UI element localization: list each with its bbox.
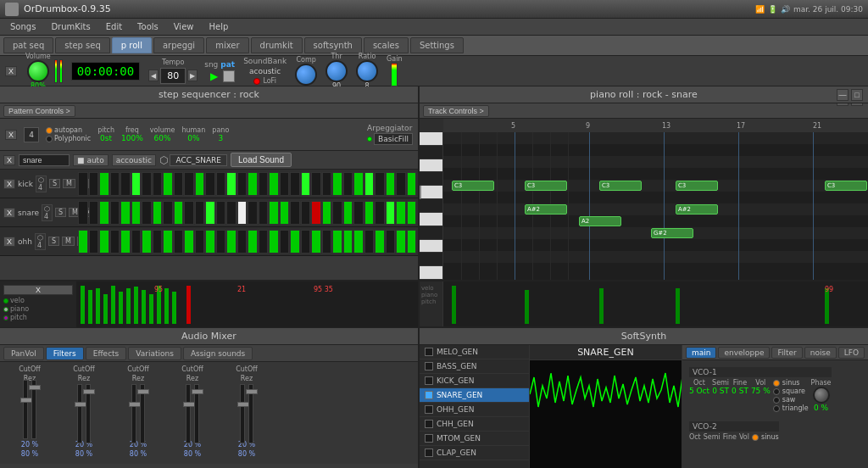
synth-item-melo[interactable]: MELO_GEN — [420, 345, 529, 359]
arp-x-btn[interactable]: X — [5, 130, 17, 140]
wave-square[interactable]: square — [773, 387, 809, 395]
step[interactable] — [290, 172, 300, 196]
stop-button[interactable] — [223, 70, 235, 82]
step[interactable] — [99, 230, 109, 254]
step[interactable] — [163, 172, 173, 196]
step[interactable] — [153, 230, 163, 254]
note-as2-1[interactable]: A#2 — [525, 204, 567, 214]
step[interactable] — [89, 172, 99, 196]
synth-tab-filter[interactable]: Filter — [771, 347, 802, 359]
step[interactable] — [120, 172, 131, 196]
step[interactable] — [226, 230, 236, 254]
step[interactable] — [322, 230, 332, 254]
step[interactable] — [332, 172, 342, 196]
step[interactable] — [280, 230, 290, 254]
step[interactable] — [216, 172, 226, 196]
synth-item-mtom[interactable]: MTOM_GEN — [420, 432, 529, 446]
step[interactable] — [174, 230, 184, 254]
menu-help[interactable]: Help — [202, 20, 235, 33]
step[interactable] — [237, 201, 248, 225]
step[interactable] — [78, 172, 88, 196]
synth-tab-envelope[interactable]: enveloppe — [718, 347, 770, 359]
mixer-tab-effects[interactable]: Effects — [86, 347, 127, 360]
step[interactable] — [237, 230, 248, 254]
step[interactable] — [322, 172, 332, 196]
mtom-checkbox[interactable] — [425, 434, 433, 443]
mixer-tab-assign[interactable]: Assign sounds — [183, 347, 253, 360]
step[interactable] — [120, 201, 131, 225]
ch4-rez-slider[interactable] — [194, 384, 199, 443]
step[interactable] — [89, 230, 99, 254]
ch5-cutoff-slider[interactable] — [240, 384, 245, 443]
synth-item-clap[interactable]: CLAP_GEN — [420, 446, 529, 460]
comp-knob[interactable] — [295, 64, 317, 86]
tab-pat-seq[interactable]: pat seq — [3, 37, 53, 53]
step[interactable] — [131, 172, 142, 196]
step[interactable] — [343, 201, 353, 225]
step[interactable] — [386, 201, 396, 225]
step[interactable] — [120, 230, 131, 254]
step[interactable] — [195, 201, 205, 225]
track-x-btn[interactable]: X — [3, 155, 15, 165]
note-c3-5[interactable]: C3 — [825, 181, 867, 191]
close-left-btn[interactable]: X — [5, 66, 17, 76]
step[interactable] — [195, 172, 205, 196]
step[interactable] — [78, 201, 88, 225]
synth-tab-main[interactable]: main — [686, 347, 717, 359]
step[interactable] — [195, 230, 205, 254]
ch3-rez-slider[interactable] — [140, 384, 145, 443]
step[interactable] — [259, 201, 269, 225]
track-controls-btn2[interactable]: Track Controls > — [423, 105, 489, 117]
vco1-phase-knob[interactable] — [813, 387, 830, 404]
ohh-s-btn[interactable]: S — [48, 237, 59, 246]
synth-item-ohh[interactable]: OHH_GEN — [420, 403, 529, 417]
ch2-rez-slider[interactable] — [86, 384, 91, 443]
ohh-m-btn[interactable]: M — [62, 237, 75, 246]
arp-num[interactable]: 4 — [24, 127, 39, 142]
step[interactable] — [226, 172, 236, 196]
step[interactable] — [364, 201, 375, 225]
tab-drumkit[interactable]: drumkit — [251, 37, 303, 53]
snare-s-btn[interactable]: S — [55, 208, 66, 217]
melo-checkbox[interactable] — [425, 348, 433, 356]
step[interactable] — [184, 201, 194, 225]
step[interactable] — [99, 172, 109, 196]
pattern-controls-btn[interactable]: Pattern Controls > — [3, 105, 75, 117]
step[interactable] — [407, 201, 417, 225]
ch2-cutoff-slider[interactable] — [77, 384, 82, 443]
step[interactable] — [290, 230, 300, 254]
step[interactable] — [269, 230, 279, 254]
snare-x-btn[interactable]: X — [3, 208, 15, 218]
step[interactable] — [375, 172, 385, 196]
step[interactable] — [248, 172, 258, 196]
tab-step-seq[interactable]: step seq — [55, 37, 110, 53]
step[interactable] — [280, 201, 290, 225]
load-sound-button[interactable]: Load Sound — [231, 153, 292, 167]
step[interactable] — [248, 201, 258, 225]
step[interactable] — [205, 230, 215, 254]
kick-s-btn[interactable]: S — [49, 179, 60, 188]
synth-tab-noise[interactable]: noise — [804, 347, 837, 359]
note-as2-2[interactable]: A#2 — [676, 204, 718, 214]
step[interactable] — [131, 201, 142, 225]
note-a2[interactable]: A2 — [579, 216, 621, 226]
step[interactable] — [248, 230, 258, 254]
step[interactable] — [163, 201, 173, 225]
menu-songs[interactable]: Songs — [3, 20, 42, 33]
step[interactable] — [375, 230, 385, 254]
step[interactable] — [353, 172, 364, 196]
step[interactable] — [110, 230, 120, 254]
step[interactable] — [311, 230, 321, 254]
ratio-knob[interactable] — [356, 60, 378, 82]
step[interactable] — [259, 172, 269, 196]
track-name-input[interactable] — [19, 154, 70, 166]
synth-item-chh[interactable]: CHH_GEN — [420, 417, 529, 432]
step[interactable] — [311, 172, 321, 196]
kick-x-btn[interactable]: X — [3, 179, 15, 189]
step[interactable] — [386, 172, 396, 196]
ch3-cutoff-slider[interactable] — [131, 384, 136, 443]
note-gs2[interactable]: G#2 — [651, 228, 693, 238]
step[interactable] — [163, 230, 173, 254]
menu-tools[interactable]: Tools — [131, 20, 165, 33]
synth-tab-lfo[interactable]: LFO — [838, 347, 865, 359]
